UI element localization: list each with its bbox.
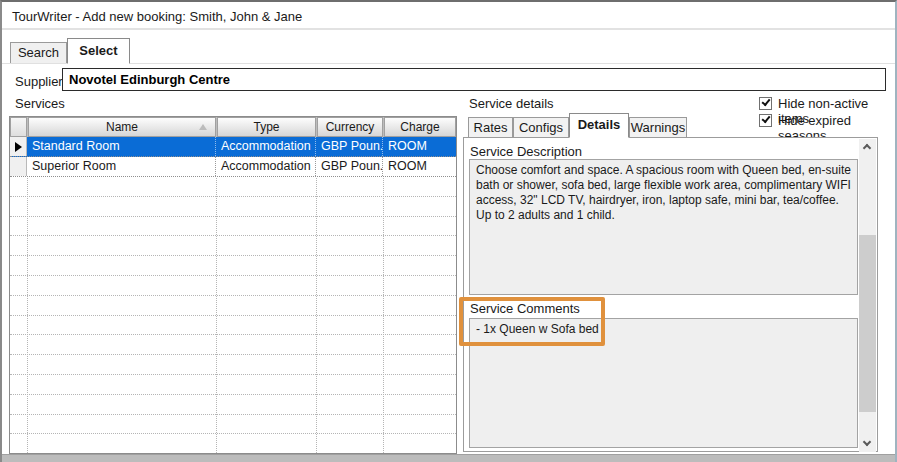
- services-label: Services: [15, 96, 65, 111]
- column-header-type[interactable]: Type: [217, 117, 316, 137]
- empty-row: [10, 217, 456, 237]
- window-bottom-edge: [2, 454, 895, 462]
- tab-strip-divider: [2, 63, 895, 64]
- tab-rates[interactable]: Rates: [468, 117, 513, 137]
- service-description-textarea[interactable]: Choose comfort and space. A spacious roo…: [469, 159, 858, 295]
- table-row[interactable]: Superior Room Accommodation GBP Poun... …: [10, 157, 456, 177]
- supplier-label: Supplier: [15, 74, 63, 89]
- empty-row: [10, 375, 456, 395]
- scrollbar-thumb[interactable]: [859, 235, 876, 412]
- column-header-charge[interactable]: Charge: [384, 117, 456, 137]
- hide-non-active-checkbox[interactable]: [759, 97, 772, 110]
- current-row-arrow-icon: [15, 142, 22, 152]
- sort-ascending-icon: [199, 124, 207, 130]
- row-selector-cell[interactable]: [10, 137, 27, 156]
- empty-row: [10, 276, 456, 296]
- row-selector-header: [10, 117, 27, 137]
- empty-row: [10, 395, 456, 415]
- row-selector-cell[interactable]: [10, 157, 27, 176]
- cell-type: Accommodation: [216, 137, 316, 156]
- empty-row: [10, 434, 456, 454]
- cell-charge: ROOM: [383, 157, 456, 176]
- vertical-scrollbar[interactable]: [859, 139, 876, 452]
- cell-charge: ROOM: [383, 137, 456, 156]
- column-header-name[interactable]: Name: [28, 117, 216, 137]
- cell-currency: GBP Poun...: [316, 157, 383, 176]
- empty-row: [10, 177, 456, 197]
- tab-select[interactable]: Select: [67, 38, 130, 64]
- empty-row: [10, 197, 456, 217]
- annotation-highlight-box: [459, 297, 605, 346]
- empty-row: [10, 316, 456, 336]
- cell-currency: GBP Poun...: [316, 137, 383, 156]
- tab-configs[interactable]: Configs: [513, 117, 569, 137]
- app-window: TourWriter - Add new booking: Smith, Joh…: [0, 0, 897, 462]
- grid-column-line: [216, 178, 217, 453]
- hide-expired-checkbox[interactable]: [759, 114, 772, 127]
- grid-column-line: [27, 178, 28, 453]
- column-header-name-label: Name: [106, 120, 138, 134]
- services-table: Name Type Currency Charge Standard Room …: [9, 116, 457, 454]
- details-tab-page: Service Description Choose comfort and s…: [463, 137, 878, 452]
- grid-column-line: [383, 178, 384, 453]
- column-header-currency[interactable]: Currency: [317, 117, 383, 137]
- tab-search[interactable]: Search: [10, 42, 67, 63]
- cell-name: Standard Room: [27, 137, 216, 156]
- service-details-label: Service details: [469, 96, 554, 111]
- chevron-up-icon: [863, 144, 871, 152]
- empty-row: [10, 335, 456, 355]
- cell-type: Accommodation: [216, 157, 316, 176]
- supplier-input[interactable]: Novotel Edinburgh Centre: [62, 68, 886, 91]
- empty-row: [10, 296, 456, 316]
- service-description-label: Service Description: [470, 144, 582, 159]
- table-row[interactable]: Standard Room Accommodation GBP Poun... …: [10, 137, 456, 157]
- empty-row: [10, 256, 456, 276]
- table-header-row: Name Type Currency Charge: [10, 117, 456, 137]
- title-bar: TourWriter - Add new booking: Smith, Joh…: [2, 2, 895, 30]
- cell-name: Superior Room: [27, 157, 216, 176]
- grid-column-line: [316, 178, 317, 453]
- scroll-down-button[interactable]: [859, 436, 876, 452]
- tab-details[interactable]: Details: [569, 113, 629, 138]
- scroll-up-button[interactable]: [859, 139, 876, 155]
- empty-row: [10, 355, 456, 375]
- empty-row: [10, 236, 456, 256]
- chevron-down-icon: [863, 438, 871, 446]
- tab-warnings[interactable]: Warnings: [629, 117, 687, 137]
- window-title: TourWriter - Add new booking: Smith, Joh…: [12, 9, 302, 24]
- empty-row: [10, 415, 456, 435]
